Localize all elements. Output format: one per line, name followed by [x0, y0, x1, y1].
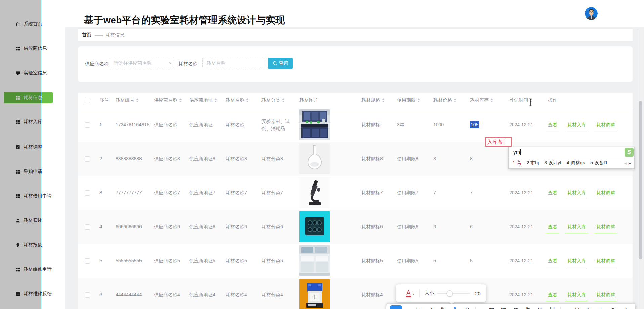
sort-icon[interactable] [417, 98, 420, 102]
action-stock-in-button[interactable]: 耗材入库 [567, 257, 586, 264]
column-header-spec[interactable]: 耗材规格 [361, 93, 385, 108]
sort-icon[interactable] [246, 98, 249, 102]
column-header-stock[interactable]: 耗材库存 [470, 93, 493, 108]
column-header-name[interactable]: 耗材名称 [226, 93, 249, 108]
close-tool-icon[interactable]: × [609, 306, 617, 309]
consumable-image-instrument-cyan[interactable] [299, 211, 330, 242]
ime-candidate-4[interactable]: 4.调整gk [567, 160, 585, 166]
cell-code: 6666666666 [116, 210, 149, 244]
cell-supplier: 供应商名称 [154, 108, 188, 142]
consumable-image-laboratory-room[interactable] [299, 245, 330, 276]
row-checkbox[interactable] [85, 122, 90, 128]
row-checkbox[interactable] [85, 224, 90, 230]
ime-candidate-1[interactable]: 1.高 [513, 160, 521, 166]
sort-icon[interactable] [382, 98, 385, 102]
action-adjust-button[interactable]: 耗材调整 [596, 121, 615, 128]
consumable-image-muffle-furnace[interactable] [299, 279, 330, 309]
cell-period: 使用期限7 [397, 176, 431, 210]
action-stock-in-button[interactable]: 耗材入库 [567, 189, 586, 196]
cell-stock: 105 [470, 108, 507, 142]
action-stock-in-button[interactable]: 耗材入库 [567, 121, 586, 128]
consumable-image-lab-bench[interactable] [299, 109, 330, 140]
supplier-select[interactable] [110, 58, 174, 68]
text-tool-icon[interactable]: A [451, 306, 459, 309]
ime-candidate-2[interactable]: 2.市hj [527, 160, 539, 166]
font-size-slider[interactable] [437, 293, 470, 294]
cell-index: 2 [99, 142, 113, 176]
sort-icon[interactable] [214, 98, 217, 102]
mosaic-tool-icon[interactable]: ▦ [487, 306, 495, 309]
consumable-image-volumetric-flask[interactable] [299, 143, 330, 174]
action-view-button[interactable]: 查看 [548, 189, 557, 196]
supplier-select-label: 供应商名称 [85, 61, 109, 67]
action-view-button[interactable]: 查看 [548, 223, 557, 230]
consumables-table: 序号耗材编号供应商名称供应商地址耗材名称耗材分类耗材图片耗材规格使用期限耗材价格… [78, 93, 633, 309]
mouse-text-cursor [528, 98, 532, 108]
column-header-price[interactable]: 耗材价格 [433, 93, 456, 108]
ime-candidate-5[interactable]: 5.设备t1 [590, 160, 607, 166]
sort-icon[interactable] [282, 98, 285, 102]
font-color-tool[interactable]: A [406, 289, 411, 297]
consumable-image-microscope[interactable] [299, 177, 330, 208]
cell-address: 供应商地址4 [189, 278, 224, 309]
column-header-address[interactable]: 供应商地址 [189, 93, 217, 108]
screenshot-selection-line[interactable] [41, 0, 41, 309]
brackets-tool-icon[interactable]: [ ] [548, 306, 556, 309]
column-header-category[interactable]: 耗材分类 [261, 93, 285, 108]
table-header-row: 序号耗材编号供应商名称供应商地址耗材名称耗材分类耗材图片耗材规格使用期限耗材价格… [78, 93, 633, 108]
emoji-tool-icon[interactable]: ⊙ [463, 306, 471, 309]
row-checkbox[interactable] [85, 190, 90, 196]
action-stock-in-button[interactable]: 耗材入库 [567, 291, 586, 298]
ime-candidate-3[interactable]: 3.设计yf [544, 160, 561, 166]
action-view-button[interactable]: 查看 [548, 257, 557, 264]
row-checkbox[interactable] [85, 258, 90, 264]
breadcrumb-home[interactable]: 首页 [82, 32, 91, 38]
chevron-down-icon[interactable]: ∨ [169, 61, 172, 65]
action-adjust-button[interactable]: 耗材调整 [596, 189, 615, 196]
pin-tool-icon[interactable]: ⚑ [524, 306, 532, 309]
annotation-text-box[interactable]: 入库备 [485, 137, 512, 147]
slider-handle[interactable] [447, 290, 453, 297]
marks-tool-icon[interactable]: ≋ [512, 306, 520, 309]
cell-index: 5 [99, 244, 113, 278]
rectangle-tool-icon[interactable]: □ [414, 306, 422, 309]
scrollbar-thumb[interactable] [639, 101, 642, 259]
cursor-tool-icon[interactable]: ▷ [585, 306, 593, 309]
arrow-tool-icon[interactable]: ↗ [427, 306, 435, 309]
select-all-checkbox[interactable] [85, 98, 90, 103]
ime-prev-page-icon[interactable]: ◀ [624, 162, 627, 165]
column-header-period[interactable]: 使用期限 [397, 93, 420, 108]
cell-stock: 7 [470, 176, 507, 210]
sort-icon[interactable] [490, 98, 493, 102]
column-header-code[interactable]: 耗材编号 [116, 93, 139, 108]
chevron-down-icon[interactable]: ∨ [412, 291, 415, 295]
vertical-scrollbar[interactable] [638, 29, 643, 309]
query-button[interactable]: 查询 [268, 58, 293, 69]
cell-supplier: 供应商名称8 [154, 142, 188, 176]
action-view-button[interactable]: 查看 [548, 291, 557, 298]
sort-icon[interactable] [136, 98, 139, 102]
blur-tool-icon[interactable]: ▩ [499, 306, 508, 309]
keyword-input[interactable] [202, 58, 266, 68]
action-view-button[interactable]: 查看 [548, 121, 557, 128]
action-adjust-button[interactable]: 耗材调整 [596, 291, 615, 298]
undo-tool-icon[interactable]: ↶ [573, 306, 581, 309]
sort-icon[interactable] [454, 98, 456, 102]
download-tool-icon[interactable]: ↓ [597, 306, 605, 309]
action-adjust-button[interactable]: 耗材调整 [596, 257, 615, 264]
confirm-tool-icon[interactable]: ✓ [621, 306, 629, 309]
column-header-supplier[interactable]: 供应商名称 [154, 93, 182, 108]
column-label: 耗材库存 [470, 97, 489, 103]
sort-icon[interactable] [179, 98, 182, 102]
avatar[interactable] [585, 7, 598, 20]
row-checkbox[interactable] [85, 156, 90, 162]
ime-caret [520, 149, 521, 155]
row-checkbox[interactable] [85, 292, 90, 298]
keyword-input-label: 耗材名称 [178, 61, 197, 67]
action-stock-in-button[interactable]: 耗材入库 [567, 223, 586, 230]
ime-next-page-icon[interactable]: ▶ [629, 162, 632, 165]
frame-tool-icon[interactable]: ⊞ [536, 306, 544, 309]
action-adjust-button[interactable]: 耗材调整 [596, 223, 615, 230]
selected-tool-rectangle[interactable]: □ [390, 305, 402, 309]
pen-tool-icon[interactable]: ✎ [439, 306, 447, 309]
